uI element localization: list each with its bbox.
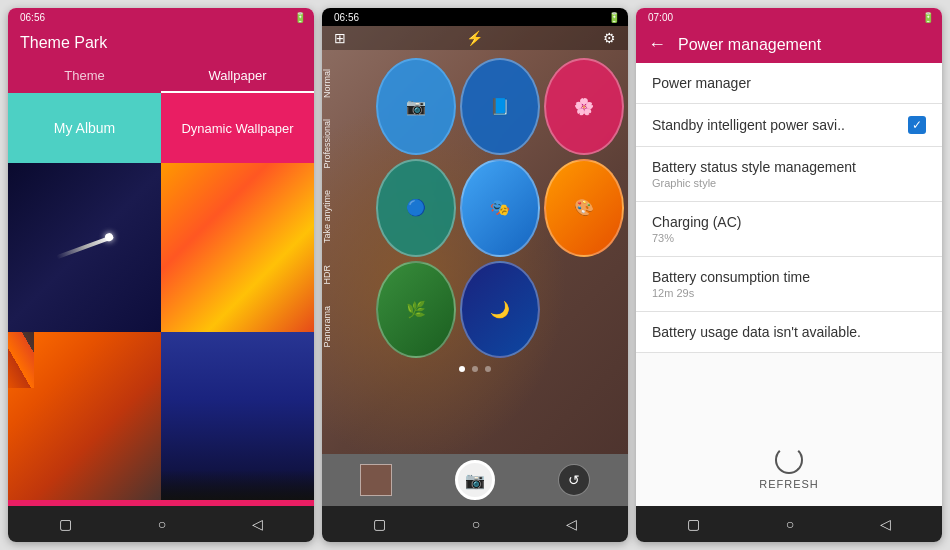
- camera-mode-1[interactable]: 📷: [376, 58, 456, 155]
- back-button[interactable]: ←: [648, 34, 666, 55]
- camera-flip-button[interactable]: ↺: [558, 464, 590, 496]
- phone-1: 06:56 🔋 Theme Park Theme Wallpaper My Al…: [8, 8, 314, 542]
- power-title: Power management: [678, 36, 821, 54]
- mode-normal[interactable]: Normal: [322, 69, 372, 98]
- space-wallpaper[interactable]: [8, 163, 161, 332]
- status-bar-1: 06:56 🔋: [8, 8, 314, 26]
- camera-flash-icon[interactable]: ⚡: [466, 30, 483, 46]
- camera-circles-grid: 📷 📘 🌸 🔵 🎭 🎨: [372, 54, 628, 362]
- phone-3: 07:00 🔋 ← Power management Power manager…: [636, 8, 942, 542]
- app-title-1: Theme Park: [20, 34, 107, 51]
- phone-2: 06:56 🔋 ⊞ ⚡ ⚙ Normal Professional Take a…: [322, 8, 628, 542]
- comet-decoration: [56, 235, 114, 259]
- shutter-icon: 📷: [465, 471, 485, 490]
- standby-row: Standby intelligent power savi.. ✓: [652, 116, 926, 134]
- camera-mode-4[interactable]: 🔵: [376, 159, 456, 256]
- charging-item[interactable]: Charging (AC) 73%: [636, 202, 942, 257]
- camera-background: ⊞ ⚡ ⚙ Normal Professional Take anytime H…: [322, 26, 628, 454]
- nav-square-2[interactable]: ▢: [373, 516, 386, 532]
- nav-circle-1[interactable]: ○: [158, 516, 166, 532]
- refresh-icon: [775, 446, 803, 474]
- wallpaper-content: My Album Dynamic Wallpaper: [8, 93, 314, 500]
- battery-style-item[interactable]: Battery status style management Graphic …: [636, 147, 942, 202]
- mode-take-anytime[interactable]: Take anytime: [322, 190, 372, 243]
- tab-theme[interactable]: Theme: [8, 60, 161, 93]
- camera-thumbnail[interactable]: [360, 464, 392, 496]
- battery-icon-3: 🔋: [922, 12, 934, 23]
- app-header-1: Theme Park: [8, 26, 314, 60]
- nav-bar-2: ▢ ○ ◁: [322, 506, 628, 542]
- consumption-sub: 12m 29s: [652, 287, 926, 299]
- status-time-1: 06:56: [20, 12, 45, 23]
- status-bar-3: 07:00 🔋: [636, 8, 942, 26]
- battery-icon-2: 🔋: [608, 12, 620, 23]
- mode-panorama[interactable]: Panorama: [322, 306, 372, 348]
- camera-settings-icon[interactable]: ⚙: [603, 30, 616, 46]
- wallpaper-grid: My Album Dynamic Wallpaper: [8, 93, 314, 500]
- power-manager-title: Power manager: [652, 75, 926, 91]
- dot-3: [485, 366, 491, 372]
- tabs-1: Theme Wallpaper: [8, 60, 314, 93]
- camera-mode-6[interactable]: 🎨: [544, 159, 624, 256]
- nav-triangle-2[interactable]: ◁: [566, 516, 577, 532]
- camera-mode-8[interactable]: 🌙: [460, 261, 540, 358]
- usage-data-item: Battery usage data isn't available.: [636, 312, 942, 353]
- tab-wallpaper[interactable]: Wallpaper: [161, 60, 314, 93]
- status-time-3: 07:00: [648, 12, 673, 23]
- battery-icon-1: 🔋: [294, 12, 306, 23]
- usage-data-title: Battery usage data isn't available.: [652, 324, 926, 340]
- mode-professional[interactable]: Professional: [322, 119, 372, 169]
- camera-top-bar: ⊞ ⚡ ⚙: [322, 26, 628, 50]
- camera-mode-2[interactable]: 📘: [460, 58, 540, 155]
- status-time-2: 06:56: [334, 12, 359, 23]
- nav-bar-3: ▢ ○ ◁: [636, 506, 942, 542]
- power-content: Power manager Standby intelligent power …: [636, 63, 942, 430]
- nav-circle-2[interactable]: ○: [472, 516, 480, 532]
- dot-2: [472, 366, 478, 372]
- dot-1: [459, 366, 465, 372]
- mode-hdr[interactable]: HDR: [322, 265, 372, 285]
- battery-style-title: Battery status style management: [652, 159, 926, 175]
- nav-square-3[interactable]: ▢: [687, 516, 700, 532]
- power-manager-item[interactable]: Power manager: [636, 63, 942, 104]
- mode-dots: [322, 362, 628, 376]
- charging-title: Charging (AC): [652, 214, 926, 230]
- dynamic-wallpaper-item[interactable]: Dynamic Wallpaper: [161, 93, 314, 163]
- standby-checkbox[interactable]: ✓: [908, 116, 926, 134]
- camera-mode-5[interactable]: 🎭: [460, 159, 540, 256]
- consumption-title: Battery consumption time: [652, 269, 926, 285]
- battery-style-sub: Graphic style: [652, 177, 926, 189]
- consumption-item[interactable]: Battery consumption time 12m 29s: [636, 257, 942, 312]
- standby-item[interactable]: Standby intelligent power savi.. ✓: [636, 104, 942, 147]
- shutter-button[interactable]: 📷: [455, 460, 495, 500]
- camera-grid-icon[interactable]: ⊞: [334, 30, 346, 46]
- refresh-label[interactable]: REFRESH: [759, 478, 819, 490]
- power-header: ← Power management: [636, 26, 942, 63]
- city-wallpaper[interactable]: [161, 332, 314, 501]
- camera-modes-area: Normal Professional Take anytime HDR Pan…: [322, 54, 628, 362]
- camera-mode-7[interactable]: 🌿: [376, 261, 456, 358]
- standby-title: Standby intelligent power savi..: [652, 117, 845, 133]
- refresh-section: REFRESH: [636, 430, 942, 506]
- charging-sub: 73%: [652, 232, 926, 244]
- nav-square-1[interactable]: ▢: [59, 516, 72, 532]
- orange-wallpaper[interactable]: [161, 163, 314, 332]
- camera-bottom-bar: 📷 ↺: [322, 454, 628, 506]
- nav-circle-3[interactable]: ○: [786, 516, 794, 532]
- status-bar-2: 06:56 🔋: [322, 8, 628, 26]
- camera-content: ⊞ ⚡ ⚙ Normal Professional Take anytime H…: [322, 26, 628, 454]
- modes-sidebar: Normal Professional Take anytime HDR Pan…: [322, 54, 372, 362]
- my-album-item[interactable]: My Album: [8, 93, 161, 163]
- nav-triangle-3[interactable]: ◁: [880, 516, 891, 532]
- nav-bar-1: ▢ ○ ◁: [8, 506, 314, 542]
- camera-mode-3[interactable]: 🌸: [544, 58, 624, 155]
- nav-triangle-1[interactable]: ◁: [252, 516, 263, 532]
- triangles-wallpaper[interactable]: [8, 332, 161, 501]
